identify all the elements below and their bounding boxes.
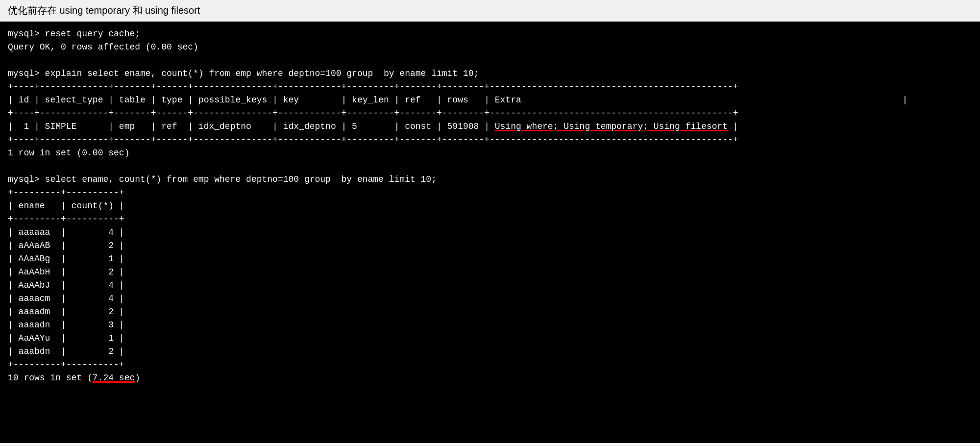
terminal-line-8: | 1 | SIMPLE | emp | ref | idx_deptno | … bbox=[8, 120, 972, 133]
terminal-line-26: +---------+----------+ bbox=[8, 358, 972, 372]
terminal-line-3 bbox=[8, 54, 972, 67]
terminal-line-6: | id | select_type | table | type | poss… bbox=[8, 94, 972, 107]
page-title: 优化前存在 using temporary 和 using filesort bbox=[0, 0, 980, 22]
terminal-line-7: +----+-------------+-------+------+-----… bbox=[8, 107, 972, 120]
terminal-line-20: | AaAAbJ | 4 | bbox=[8, 279, 972, 292]
terminal-line-2: Query OK, 0 rows affected (0.00 sec) bbox=[8, 41, 972, 54]
terminal-line-12: mysql> select ename, count(*) from emp w… bbox=[8, 173, 972, 186]
terminal-line-5: +----+-------------+-------+------+-----… bbox=[8, 80, 972, 94]
terminal-line-15: +---------+----------+ bbox=[8, 213, 972, 226]
terminal-line-1: mysql> reset query cache; bbox=[8, 27, 972, 41]
terminal-line-21: | aaaacm | 4 | bbox=[8, 292, 972, 305]
terminal-line-23: | aaaadn | 3 | bbox=[8, 319, 972, 332]
terminal-line-11 bbox=[8, 160, 972, 173]
terminal-line-19: | AaAAbH | 2 | bbox=[8, 266, 972, 279]
terminal-line-25: | aaabdn | 2 | bbox=[8, 345, 972, 358]
terminal-line-18: | AAaABg | 1 | bbox=[8, 252, 972, 266]
terminal-line-10: 1 row in set (0.00 sec) bbox=[8, 147, 972, 160]
terminal-line-14: | ename | count(*) | bbox=[8, 199, 972, 213]
title-text: 优化前存在 using temporary 和 using filesort bbox=[8, 5, 200, 16]
terminal-line-17: | aAAaAB | 2 | bbox=[8, 239, 972, 252]
terminal-line-13: +---------+----------+ bbox=[8, 186, 972, 199]
terminal-line-9: +----+-------------+-------+------+-----… bbox=[8, 133, 972, 147]
terminal-line-24: | AaAAYu | 1 | bbox=[8, 332, 972, 345]
terminal-content: mysql> reset query cache; Query OK, 0 ro… bbox=[8, 27, 972, 385]
terminal-line-27: 10 rows in set (7.24 sec) bbox=[8, 372, 972, 385]
terminal-line-22: | aaaadm | 2 | bbox=[8, 305, 972, 319]
terminal-window: mysql> reset query cache; Query OK, 0 ro… bbox=[0, 22, 980, 443]
terminal-line-4: mysql> explain select ename, count(*) fr… bbox=[8, 67, 972, 80]
terminal-line-16: | aaaaaa | 4 | bbox=[8, 226, 972, 239]
